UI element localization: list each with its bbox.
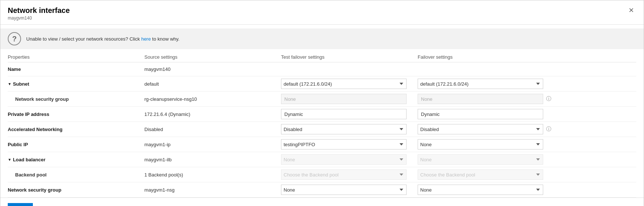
test-nsg2-select[interactable]: None (281, 185, 407, 195)
failover-lb-select[interactable]: None (418, 154, 543, 165)
prop-backend-pool: Backend pool (8, 171, 144, 178)
banner-text-before: Unable to view / select your network res… (26, 36, 141, 42)
prop-nsg: Network security group (8, 96, 144, 103)
test-backend-pool: Choose the Backend pool (281, 169, 418, 181)
failover-nsg2: None (418, 184, 636, 196)
failover-private-ip-input[interactable] (418, 109, 543, 119)
row-nsg: Network security group rg-cleanupservice… (8, 92, 636, 107)
failover-nsg-input (418, 94, 543, 104)
test-accel: Disabled Enabled (281, 123, 418, 135)
triangle-lb: ▼ (8, 158, 11, 162)
failover-accel-select[interactable]: Disabled Enabled (418, 124, 543, 134)
failover-subnet-select[interactable]: default (172.21.6.0/24) (418, 79, 543, 89)
info-text: Unable to view / select your network res… (26, 36, 179, 42)
row-nsg2: Network security group maygvm1-nsg None … (8, 182, 636, 198)
test-nsg (281, 93, 418, 105)
prop-nsg2: Network security group (8, 186, 144, 193)
col-properties: Properties (8, 54, 144, 60)
properties-table: Properties Source settings Test failover… (8, 51, 636, 198)
close-button[interactable]: ✕ (626, 6, 636, 14)
failover-backend-pool-select[interactable]: Choose the Backend pool (418, 169, 543, 180)
failover-nsg: ⓘ (418, 93, 636, 105)
source-subnet: default (144, 80, 281, 87)
title-block: Network interface maygvm140 (8, 6, 70, 21)
failover-accel: Disabled Enabled ⓘ (418, 123, 636, 135)
dialog-header: Network interface maygvm140 ✕ (0, 0, 644, 25)
dialog-footer: OK (0, 198, 644, 206)
main-content: Properties Source settings Test failover… (0, 51, 644, 198)
row-subnet: ▼Subnet default default (172.21.6.0/24) … (8, 76, 636, 92)
prop-subnet: ▼Subnet (8, 80, 144, 87)
info-banner: ? Unable to view / select your network r… (0, 28, 644, 49)
prop-public-ip: Public IP (8, 141, 144, 148)
triangle-subnet: ▼ (8, 82, 11, 86)
failover-load-balancer: None (418, 154, 636, 165)
test-subnet-select[interactable]: default (172.21.6.0/24) (281, 79, 407, 89)
test-lb-select[interactable]: None (281, 154, 407, 165)
prop-private-ip: Private IP address (8, 111, 144, 118)
test-load-balancer: None (281, 154, 418, 165)
dialog-title: Network interface (8, 6, 70, 15)
source-backend-pool: 1 Backend pool(s) (144, 171, 281, 178)
source-name: maygvm140 (144, 66, 281, 73)
prop-load-balancer: ▼Load balancer (8, 156, 144, 163)
source-accel: Disabled (144, 126, 281, 133)
row-accel: Accelerated Networking Disabled Disabled… (8, 122, 636, 137)
banner-link[interactable]: here (141, 36, 151, 42)
test-subnet: default (172.21.6.0/24) (281, 78, 418, 90)
network-interface-dialog: Network interface maygvm140 ✕ ? Unable t… (0, 0, 644, 206)
test-private-ip-input[interactable] (281, 109, 407, 119)
test-public-ip: testingPIPTFO None (281, 138, 418, 150)
failover-nsg2-select[interactable]: None (418, 185, 543, 195)
source-nsg2: maygvm1-nsg (144, 186, 281, 193)
source-load-balancer: maygvm1-ilb (144, 156, 281, 163)
dialog-subtitle: maygvm140 (8, 16, 70, 21)
failover-public-ip-select[interactable]: None testingPIPTFO (418, 139, 543, 150)
source-private-ip: 172.21.6.4 (Dynamic) (144, 111, 281, 118)
ok-button[interactable]: OK (8, 203, 33, 206)
column-headers: Properties Source settings Test failover… (8, 51, 636, 62)
col-source: Source settings (144, 54, 281, 60)
row-name: Name maygvm140 (8, 62, 636, 76)
test-private-ip (281, 108, 418, 120)
row-load-balancer: ▼Load balancer maygvm1-ilb None None (8, 152, 636, 167)
col-failover: Failover settings (418, 54, 636, 60)
prop-accel: Accelerated Networking (8, 126, 144, 133)
row-public-ip: Public IP maygvm1-ip testingPIPTFO None … (8, 137, 636, 152)
failover-subnet: default (172.21.6.0/24) (418, 78, 636, 90)
question-icon: ? (8, 32, 21, 45)
row-private-ip: Private IP address 172.21.6.4 (Dynamic) (8, 107, 636, 122)
row-backend-pool: Backend pool 1 Backend pool(s) Choose th… (8, 167, 636, 182)
test-accel-select[interactable]: Disabled Enabled (281, 124, 407, 134)
test-backend-pool-select[interactable]: Choose the Backend pool (281, 169, 407, 180)
banner-text-after: to know why. (151, 36, 179, 42)
accel-info-icon[interactable]: ⓘ (546, 126, 551, 133)
prop-name: Name (8, 66, 144, 73)
failover-backend-pool: Choose the Backend pool (418, 169, 636, 181)
failover-public-ip: None testingPIPTFO (418, 138, 636, 150)
source-public-ip: maygvm1-ip (144, 141, 281, 148)
test-nsg-input (281, 94, 407, 104)
test-nsg2: None (281, 184, 418, 196)
test-public-ip-select[interactable]: testingPIPTFO None (281, 139, 407, 150)
test-name (281, 69, 418, 70)
failover-private-ip (418, 108, 636, 120)
source-nsg: rg-cleanupservice-nsg10 (144, 96, 281, 103)
nsg-info-icon[interactable]: ⓘ (546, 96, 551, 102)
failover-name (418, 69, 636, 70)
col-test-failover: Test failover settings (281, 54, 418, 60)
